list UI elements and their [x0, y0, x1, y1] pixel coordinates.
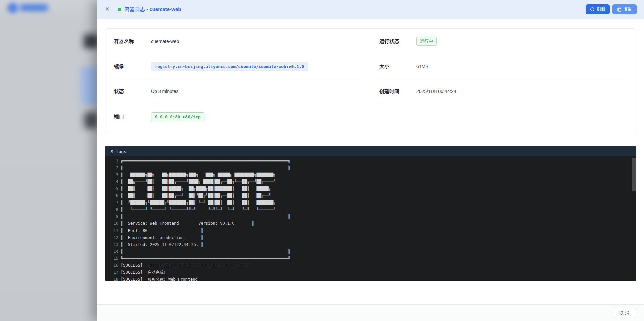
terminal-line: 2║ ║	[105, 165, 636, 172]
line-number: 7	[105, 199, 121, 206]
terminal-lines: 1╔══════════════════════════════════════…	[105, 157, 636, 281]
info-label-run-state: 运行状态	[379, 38, 416, 45]
drawer-title: 容器日志 - cuemate-web	[125, 6, 181, 13]
blurred-logo-text	[19, 4, 48, 11]
terminal-line-text: ║ ██║ ██║ ██║█████╗ ██╔████╔██║███████║ …	[121, 185, 271, 192]
info-value-size: 61MB	[416, 64, 429, 69]
terminal-line: 16[SUCCESS] ============================…	[105, 262, 636, 269]
info-row-container-name: 容器名称cuemate-web	[114, 29, 362, 54]
line-number: 5	[105, 185, 121, 192]
terminal-line-text: ║ ██║ ██║ ██║██╔══╝ ██║╚██╔╝██║██╔══██║ …	[121, 192, 271, 199]
info-value-status: Up 3 minutes	[151, 89, 178, 94]
terminal-line: 7║ ╚██████╗╚██████╔╝███████╗██║ ╚═╝ ██║█…	[105, 199, 636, 206]
info-col-right: 运行状态运行中大小61MB创建时间2025/11/8 06:44:24	[371, 29, 636, 129]
terminal-line: 8║ ╚═════╝ ╚═════╝ ╚══════╝╚═╝ ╚═╝╚═╝ ╚═…	[105, 206, 636, 213]
terminal-line: 10║ Service: Web Frontend Version: v0.1.…	[105, 220, 636, 227]
info-value-ports: 0.0.0.0:80->80/tcp	[151, 112, 204, 121]
cancel-button[interactable]: 取消	[614, 308, 636, 318]
copy-button[interactable]: 复制	[612, 4, 637, 14]
terminal-line-text: ║ ║	[121, 165, 290, 172]
terminal-line: 12║ Environment: production ║	[105, 234, 636, 241]
blurred-text-block	[84, 112, 98, 128]
info-label-ports: 端口	[114, 114, 151, 120]
terminal-line: 9║ ║	[105, 213, 636, 220]
refresh-button[interactable]: 刷新	[586, 4, 610, 14]
running-status-dot	[118, 8, 121, 11]
backdrop-mask[interactable]	[0, 0, 97, 321]
refresh-label: 刷新	[597, 6, 605, 12]
terminal-line-text: ║ ██╔════╝██║ ██║██╔════╝████╗ ████║██╔═…	[121, 178, 276, 185]
line-number: 15	[105, 255, 121, 262]
terminal-line: 4║ ██╔════╝██║ ██║██╔════╝████╗ ████║██╔…	[105, 178, 636, 185]
terminal-line-text: ║ Environment: production ║	[121, 234, 203, 241]
info-value-run-state: 运行中	[416, 37, 437, 46]
terminal-line: 13║ Started: 2025-11-07T22:44:25. ║	[105, 241, 636, 248]
terminal-line: 1╔══════════════════════════════════════…	[105, 157, 636, 165]
terminal-line-text: [SUCCESS] 启动完成!	[121, 269, 166, 276]
log-terminal: $ logs 1╔═══════════════════════════════…	[105, 146, 636, 281]
copy-label: 复制	[624, 6, 632, 12]
line-number: 13	[105, 241, 121, 248]
terminal-line: 18[SUCCESS] 服务名称: Web Frontend	[105, 276, 636, 281]
info-row-ports: 端口0.0.0.0:80->80/tcp	[114, 104, 362, 129]
terminal-line-text: ║ ██████╗██╗ ██╗███████╗███╗ ███╗ █████╗…	[121, 172, 276, 179]
refresh-icon	[590, 7, 595, 12]
line-number: 16	[105, 262, 121, 269]
terminal-line: 11║ Port: 80 ║	[105, 227, 636, 234]
line-number: 11	[105, 227, 121, 234]
terminal-line-text: ║ ║	[121, 213, 290, 220]
terminal-header: $ logs	[105, 146, 636, 156]
drawer-header: ✕ 容器日志 - cuemate-web 刷新 复制	[97, 0, 644, 19]
terminal-line: 15╚═════════════════════════════════════…	[105, 255, 636, 262]
container-log-drawer: ✕ 容器日志 - cuemate-web 刷新 复制 容器名称cuemate-w…	[97, 0, 644, 321]
terminal-line-text: ║ Started: 2025-11-07T22:44:25. ║	[121, 241, 203, 248]
terminal-body[interactable]: 1╔══════════════════════════════════════…	[105, 156, 636, 281]
line-number: 1	[105, 157, 121, 165]
terminal-line-text: ║ ╚██████╗╚██████╔╝███████╗██║ ╚═╝ ██║██…	[121, 199, 276, 206]
info-row-image: 镜像registry.cn-beijing.aliyuncs.com/cuema…	[114, 54, 362, 79]
info-label-status: 状态	[114, 88, 151, 95]
info-row-status: 状态Up 3 minutes	[114, 79, 362, 104]
line-number: 9	[105, 213, 121, 220]
info-col-left: 容器名称cuemate-web镜像registry.cn-beijing.ali…	[105, 29, 371, 129]
info-label-size: 大小	[379, 63, 416, 70]
blurred-logo-icon	[7, 3, 18, 13]
info-row-created-at: 创建时间2025/11/8 06:44:24	[379, 79, 627, 104]
line-number: 2	[105, 165, 121, 172]
terminal-line: 14║ ║	[105, 248, 636, 255]
line-number: 10	[105, 220, 121, 227]
info-label-image: 镜像	[114, 63, 151, 70]
terminal-line-text: ║ ╚═════╝ ╚═════╝ ╚══════╝╚═╝ ╚═╝╚═╝ ╚═╝…	[121, 206, 276, 213]
line-number: 17	[105, 269, 121, 276]
info-value-container-name: cuemate-web	[151, 39, 179, 44]
terminal-line-text: [SUCCESS] ==============================…	[121, 262, 249, 269]
info-label-created-at: 创建时间	[379, 88, 416, 95]
line-number: 8	[105, 206, 121, 213]
line-number: 3	[105, 172, 121, 179]
info-value-image: registry.cn-beijing.aliyuncs.com/cuemate…	[151, 62, 308, 71]
line-number: 18	[105, 276, 121, 281]
copy-icon	[617, 7, 622, 12]
blurred-selected-row	[81, 67, 98, 105]
drawer-footer: 取消	[97, 304, 644, 321]
terminal-line-text: ║ Port: 80 ║	[121, 227, 203, 234]
info-row-size: 大小61MB	[379, 54, 627, 79]
line-number: 6	[105, 192, 121, 199]
terminal-line-text: ║ Service: Web Frontend Version: v0.1.0 …	[121, 220, 254, 227]
drawer-body: 容器名称cuemate-web镜像registry.cn-beijing.ali…	[97, 19, 644, 304]
info-value-created-at: 2025/11/8 06:44:24	[416, 89, 457, 94]
close-icon[interactable]: ✕	[104, 6, 111, 13]
terminal-line: 3║ ██████╗██╗ ██╗███████╗███╗ ███╗ █████…	[105, 172, 636, 179]
terminal-prompt: $ logs	[111, 149, 126, 154]
terminal-line: 6║ ██║ ██║ ██║██╔══╝ ██║╚██╔╝██║██╔══██║…	[105, 192, 636, 199]
container-info-card: 容器名称cuemate-web镜像registry.cn-beijing.ali…	[105, 28, 636, 133]
terminal-line-text: ╔═══════════════════════════════════════…	[121, 157, 290, 165]
line-number: 4	[105, 178, 121, 185]
line-number: 12	[105, 234, 121, 241]
terminal-line-text: ╚═══════════════════════════════════════…	[121, 255, 290, 262]
info-label-container-name: 容器名称	[114, 38, 151, 45]
line-number: 14	[105, 248, 121, 255]
scrollbar-thumb[interactable]	[632, 158, 636, 191]
terminal-line: 5║ ██║ ██║ ██║█████╗ ██╔████╔██║███████║…	[105, 185, 636, 192]
terminal-line-text: ║ ║	[121, 248, 290, 255]
